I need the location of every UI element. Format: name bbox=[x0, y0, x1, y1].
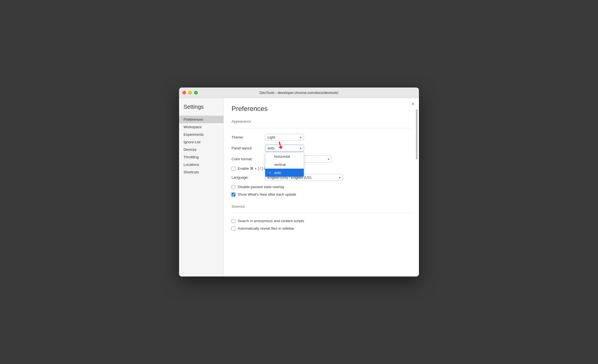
panel-layout-select[interactable]: horizontal vertical auto bbox=[265, 145, 304, 152]
enable-cmd-row: Enable ⌘ + ] / [ to switch panels bbox=[232, 166, 411, 171]
auto-check: ✓ bbox=[269, 171, 273, 175]
search-anonymous-checkbox[interactable] bbox=[232, 219, 235, 223]
dropdown-item-auto[interactable]: ✓ auto bbox=[265, 169, 304, 177]
window-body: Settings Preferences Workspace Experimen… bbox=[179, 98, 419, 276]
minimize-button[interactable] bbox=[188, 91, 192, 94]
sidebar-item-devices[interactable]: Devices bbox=[179, 146, 223, 153]
disable-paused-label: Disable paused state overlay bbox=[238, 185, 284, 189]
language-label: Language: bbox=[232, 175, 265, 179]
main-content: × Preferences Appearance Theme: Light Da… bbox=[224, 98, 419, 276]
sidebar-item-locations[interactable]: Locations bbox=[179, 161, 223, 168]
scrollbar-thumb[interactable] bbox=[416, 109, 418, 159]
scrollbar[interactable] bbox=[416, 109, 418, 276]
theme-row: Theme: Light Dark System preference ▼ bbox=[232, 134, 411, 141]
disable-paused-row: Disable paused state overlay bbox=[232, 185, 411, 189]
appearance-section-title: Appearance bbox=[232, 118, 411, 123]
sources-section: Sources Search in anonymous and content … bbox=[232, 203, 411, 230]
show-whats-new-row: Show What's New after each update bbox=[232, 192, 411, 196]
enable-cmd-checkbox[interactable] bbox=[232, 167, 235, 171]
sidebar-item-throttling[interactable]: Throttling bbox=[179, 153, 223, 161]
sidebar-item-workspace[interactable]: Workspace bbox=[179, 123, 223, 131]
dropdown-item-vertical[interactable]: vertical bbox=[265, 161, 304, 169]
theme-select-wrapper: Light Dark System preference ▼ bbox=[265, 134, 304, 141]
sidebar: Settings Preferences Workspace Experimen… bbox=[179, 98, 224, 276]
panel-layout-row: Panel layout: horizontal vertical auto ▼… bbox=[232, 145, 411, 152]
panel-layout-select-wrapper: horizontal vertical auto ▼ horizontal bbox=[265, 145, 304, 152]
close-button[interactable] bbox=[182, 91, 186, 94]
panel-layout-label: Panel layout: bbox=[232, 146, 265, 150]
devtools-window: DevTools - developer.chrome.com/docs/dev… bbox=[179, 88, 419, 276]
page-title: Preferences bbox=[232, 105, 411, 113]
search-anonymous-row: Search in anonymous and content scripts bbox=[232, 219, 411, 223]
sidebar-item-preferences[interactable]: Preferences bbox=[179, 116, 223, 123]
titlebar: DevTools - developer.chrome.com/docs/dev… bbox=[179, 88, 419, 98]
theme-select[interactable]: Light Dark System preference bbox=[265, 134, 304, 141]
traffic-lights bbox=[182, 91, 198, 94]
search-anonymous-label: Search in anonymous and content scripts bbox=[238, 219, 304, 223]
appearance-divider bbox=[232, 128, 411, 128]
panel-layout-dropdown: horizontal vertical ✓ auto bbox=[265, 152, 304, 177]
vertical-label: vertical bbox=[274, 162, 286, 167]
auto-label: auto bbox=[274, 171, 281, 175]
show-whats-new-checkbox[interactable] bbox=[232, 193, 235, 196]
sources-section-title: Sources bbox=[232, 203, 411, 208]
color-format-label: Color format: bbox=[232, 157, 265, 161]
horizontal-label: horizontal bbox=[274, 154, 290, 159]
show-whats-new-label: Show What's New after each update bbox=[238, 192, 296, 196]
window-title: DevTools - developer.chrome.com/docs/dev… bbox=[259, 91, 338, 95]
sources-divider bbox=[232, 213, 411, 213]
maximize-button[interactable] bbox=[194, 91, 198, 94]
theme-label: Theme: bbox=[232, 135, 265, 139]
auto-reveal-row: Automatically reveal files in sidebar bbox=[232, 226, 411, 230]
sidebar-title: Settings bbox=[179, 104, 223, 116]
sidebar-item-shortcuts[interactable]: Shortcuts bbox=[179, 168, 223, 176]
sidebar-item-ignore-list[interactable]: Ignore List bbox=[179, 138, 223, 146]
auto-reveal-checkbox[interactable] bbox=[232, 227, 235, 230]
language-row: Language: English (US) - English (US) ▼ bbox=[232, 174, 411, 181]
auto-reveal-label: Automatically reveal files in sidebar bbox=[238, 226, 294, 230]
color-format-row: Color format: ▼ bbox=[232, 156, 411, 162]
sidebar-item-experiments[interactable]: Experiments bbox=[179, 131, 223, 138]
disable-paused-checkbox[interactable] bbox=[232, 185, 235, 189]
scrollbar-track bbox=[416, 109, 418, 276]
dropdown-item-horizontal[interactable]: horizontal bbox=[265, 152, 304, 161]
close-settings-button[interactable]: × bbox=[411, 101, 414, 106]
